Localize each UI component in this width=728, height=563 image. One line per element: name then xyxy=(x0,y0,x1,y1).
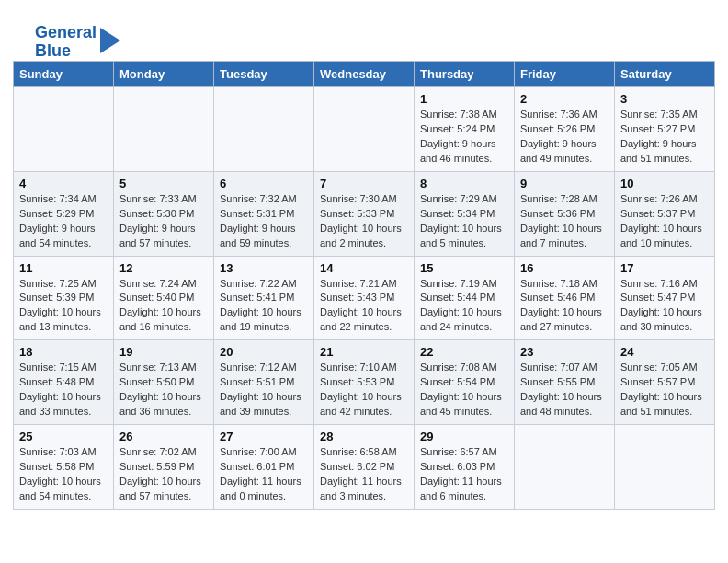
day-info: Sunrise: 7:32 AM Sunset: 5:31 PM Dayligh… xyxy=(220,192,308,251)
day-number: 14 xyxy=(320,261,408,275)
weekday-header-monday: Monday xyxy=(114,62,214,87)
day-number: 28 xyxy=(320,430,408,443)
calendar-cell xyxy=(314,87,415,172)
day-number: 24 xyxy=(620,345,709,359)
day-number: 8 xyxy=(420,177,508,190)
day-number: 18 xyxy=(19,345,108,359)
day-number: 9 xyxy=(520,177,609,190)
calendar-table: SundayMondayTuesdayWednesdayThursdayFrid… xyxy=(13,61,715,510)
weekday-header-wednesday: Wednesday xyxy=(314,62,415,87)
calendar-cell xyxy=(114,87,214,172)
day-info: Sunrise: 7:08 AM Sunset: 5:54 PM Dayligh… xyxy=(420,361,508,419)
calendar-cell: 23Sunrise: 7:07 AM Sunset: 5:55 PM Dayli… xyxy=(515,340,615,425)
calendar-cell: 3Sunrise: 7:35 AM Sunset: 5:27 PM Daylig… xyxy=(615,87,715,172)
day-info: Sunrise: 7:07 AM Sunset: 5:55 PM Dayligh… xyxy=(520,361,609,419)
calendar-cell: 8Sunrise: 7:29 AM Sunset: 5:34 PM Daylig… xyxy=(415,171,515,256)
day-info: Sunrise: 7:24 AM Sunset: 5:40 PM Dayligh… xyxy=(119,277,208,336)
day-info: Sunrise: 7:15 AM Sunset: 5:48 PM Dayligh… xyxy=(19,361,108,419)
calendar-cell: 22Sunrise: 7:08 AM Sunset: 5:54 PM Dayli… xyxy=(415,340,515,425)
logo-icon xyxy=(100,28,120,53)
day-number: 16 xyxy=(520,261,609,275)
day-info: Sunrise: 7:02 AM Sunset: 5:59 PM Dayligh… xyxy=(119,445,208,504)
day-number: 20 xyxy=(220,345,308,359)
calendar-cell: 13Sunrise: 7:22 AM Sunset: 5:41 PM Dayli… xyxy=(214,256,314,340)
day-info: Sunrise: 7:05 AM Sunset: 5:57 PM Dayligh… xyxy=(620,361,709,419)
calendar-cell xyxy=(615,425,715,510)
calendar-cell: 10Sunrise: 7:26 AM Sunset: 5:37 PM Dayli… xyxy=(615,171,715,256)
weekday-header-thursday: Thursday xyxy=(415,62,515,87)
logo: GeneralBlue xyxy=(35,24,120,61)
day-info: Sunrise: 7:33 AM Sunset: 5:30 PM Dayligh… xyxy=(119,192,208,251)
day-info: Sunrise: 7:35 AM Sunset: 5:27 PM Dayligh… xyxy=(620,108,709,167)
day-number: 23 xyxy=(520,345,609,359)
calendar-cell: 14Sunrise: 7:21 AM Sunset: 5:43 PM Dayli… xyxy=(314,256,415,340)
day-number: 4 xyxy=(19,177,108,190)
calendar-cell: 7Sunrise: 7:30 AM Sunset: 5:33 PM Daylig… xyxy=(314,171,415,256)
day-info: Sunrise: 7:16 AM Sunset: 5:47 PM Dayligh… xyxy=(620,277,709,336)
calendar-cell: 24Sunrise: 7:05 AM Sunset: 5:57 PM Dayli… xyxy=(615,340,715,425)
day-number: 21 xyxy=(320,345,408,359)
day-info: Sunrise: 7:38 AM Sunset: 5:24 PM Dayligh… xyxy=(420,108,508,167)
day-info: Sunrise: 6:57 AM Sunset: 6:03 PM Dayligh… xyxy=(420,445,508,504)
svg-marker-0 xyxy=(100,28,120,53)
calendar-cell: 18Sunrise: 7:15 AM Sunset: 5:48 PM Dayli… xyxy=(14,340,114,425)
calendar-cell: 25Sunrise: 7:03 AM Sunset: 5:58 PM Dayli… xyxy=(14,425,114,510)
calendar-cell: 2Sunrise: 7:36 AM Sunset: 5:26 PM Daylig… xyxy=(515,87,615,172)
calendar-cell: 17Sunrise: 7:16 AM Sunset: 5:47 PM Dayli… xyxy=(615,256,715,340)
logo-text: GeneralBlue xyxy=(35,24,97,61)
day-number: 3 xyxy=(620,92,709,106)
calendar-cell: 21Sunrise: 7:10 AM Sunset: 5:53 PM Dayli… xyxy=(314,340,415,425)
day-info: Sunrise: 7:28 AM Sunset: 5:36 PM Dayligh… xyxy=(520,192,609,251)
calendar-cell: 1Sunrise: 7:38 AM Sunset: 5:24 PM Daylig… xyxy=(415,87,515,172)
calendar-cell: 12Sunrise: 7:24 AM Sunset: 5:40 PM Dayli… xyxy=(114,256,214,340)
calendar-cell: 5Sunrise: 7:33 AM Sunset: 5:30 PM Daylig… xyxy=(114,171,214,256)
day-info: Sunrise: 7:29 AM Sunset: 5:34 PM Dayligh… xyxy=(420,192,508,251)
weekday-header-saturday: Saturday xyxy=(615,62,715,87)
day-number: 26 xyxy=(119,430,208,443)
calendar-cell: 28Sunrise: 6:58 AM Sunset: 6:02 PM Dayli… xyxy=(314,425,415,510)
calendar-cell: 15Sunrise: 7:19 AM Sunset: 5:44 PM Dayli… xyxy=(415,256,515,340)
day-info: Sunrise: 7:36 AM Sunset: 5:26 PM Dayligh… xyxy=(520,108,609,167)
day-number: 29 xyxy=(420,430,508,443)
day-number: 22 xyxy=(420,345,508,359)
calendar-cell: 16Sunrise: 7:18 AM Sunset: 5:46 PM Dayli… xyxy=(515,256,615,340)
calendar-cell: 26Sunrise: 7:02 AM Sunset: 5:59 PM Dayli… xyxy=(114,425,214,510)
weekday-header-friday: Friday xyxy=(515,62,615,87)
day-number: 6 xyxy=(220,177,308,190)
day-info: Sunrise: 7:34 AM Sunset: 5:29 PM Dayligh… xyxy=(19,192,108,251)
day-number: 19 xyxy=(119,345,208,359)
day-info: Sunrise: 7:26 AM Sunset: 5:37 PM Dayligh… xyxy=(620,192,709,251)
day-info: Sunrise: 7:00 AM Sunset: 6:01 PM Dayligh… xyxy=(220,445,308,504)
day-info: Sunrise: 7:18 AM Sunset: 5:46 PM Dayligh… xyxy=(520,277,609,336)
day-number: 1 xyxy=(420,92,508,106)
weekday-header-sunday: Sunday xyxy=(14,62,114,87)
day-number: 17 xyxy=(620,261,709,275)
day-info: Sunrise: 6:58 AM Sunset: 6:02 PM Dayligh… xyxy=(320,445,408,504)
calendar-cell xyxy=(214,87,314,172)
day-info: Sunrise: 7:03 AM Sunset: 5:58 PM Dayligh… xyxy=(19,445,108,504)
calendar-cell: 20Sunrise: 7:12 AM Sunset: 5:51 PM Dayli… xyxy=(214,340,314,425)
day-info: Sunrise: 7:12 AM Sunset: 5:51 PM Dayligh… xyxy=(220,361,308,419)
day-number: 10 xyxy=(620,177,709,190)
calendar-cell xyxy=(515,425,615,510)
calendar-cell: 27Sunrise: 7:00 AM Sunset: 6:01 PM Dayli… xyxy=(214,425,314,510)
day-info: Sunrise: 7:13 AM Sunset: 5:50 PM Dayligh… xyxy=(119,361,208,419)
day-info: Sunrise: 7:21 AM Sunset: 5:43 PM Dayligh… xyxy=(320,277,408,336)
day-number: 11 xyxy=(19,261,108,275)
day-number: 27 xyxy=(220,430,308,443)
calendar-cell: 6Sunrise: 7:32 AM Sunset: 5:31 PM Daylig… xyxy=(214,171,314,256)
day-info: Sunrise: 7:25 AM Sunset: 5:39 PM Dayligh… xyxy=(19,277,108,336)
calendar-cell: 4Sunrise: 7:34 AM Sunset: 5:29 PM Daylig… xyxy=(14,171,114,256)
day-number: 2 xyxy=(520,92,609,106)
weekday-header-tuesday: Tuesday xyxy=(214,62,314,87)
day-number: 13 xyxy=(220,261,308,275)
day-number: 25 xyxy=(19,430,108,443)
calendar-cell: 11Sunrise: 7:25 AM Sunset: 5:39 PM Dayli… xyxy=(14,256,114,340)
day-number: 7 xyxy=(320,177,408,190)
day-info: Sunrise: 7:22 AM Sunset: 5:41 PM Dayligh… xyxy=(220,277,308,336)
day-info: Sunrise: 7:30 AM Sunset: 5:33 PM Dayligh… xyxy=(320,192,408,251)
day-info: Sunrise: 7:10 AM Sunset: 5:53 PM Dayligh… xyxy=(320,361,408,419)
calendar-cell xyxy=(14,87,114,172)
day-info: Sunrise: 7:19 AM Sunset: 5:44 PM Dayligh… xyxy=(420,277,508,336)
day-number: 12 xyxy=(119,261,208,275)
